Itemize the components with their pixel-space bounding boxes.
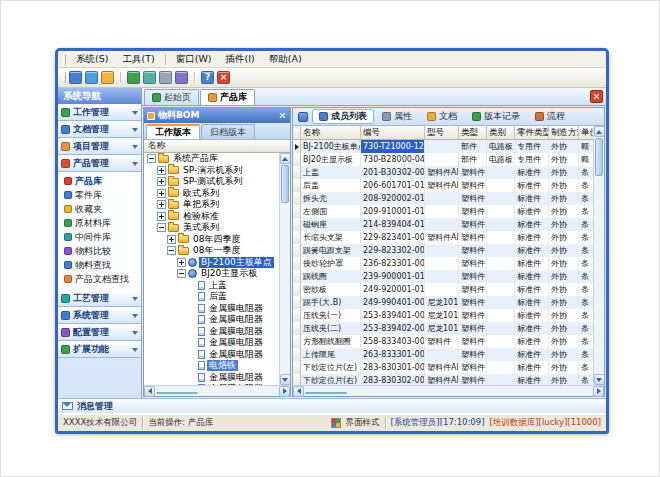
table-cell[interactable] xyxy=(487,244,515,257)
record-selector-cell[interactable] xyxy=(293,270,301,283)
table-cell[interactable]: 部件 xyxy=(459,153,487,166)
table-cell[interactable] xyxy=(487,361,515,374)
table-cell[interactable]: 标准件 xyxy=(515,257,549,270)
nav-item-intermediate[interactable]: 中间件库 xyxy=(58,230,141,244)
menu-item-1[interactable]: 工具(T) xyxy=(115,52,161,67)
table-cell[interactable]: 条 xyxy=(579,166,593,179)
table-cell[interactable]: BJ20主显示板 xyxy=(301,153,361,166)
expand-icon[interactable] xyxy=(157,166,166,175)
product-view-icon[interactable] xyxy=(85,71,98,84)
table-cell[interactable]: 条 xyxy=(579,374,593,385)
column-header-2[interactable]: 型号 xyxy=(425,126,459,140)
menu-grip[interactable] xyxy=(63,54,66,65)
table-cell[interactable]: 条 xyxy=(579,244,593,257)
table-row[interactable]: 左侧面209-910001-01E塑料件标准件外协条 xyxy=(293,205,593,218)
table-cell[interactable] xyxy=(487,348,515,361)
tree-node[interactable]: 欧式系列 xyxy=(144,188,279,200)
table-cell[interactable] xyxy=(425,348,459,361)
table-cell[interactable]: 条 xyxy=(579,348,593,361)
table-row[interactable]: 长缩头支架229-823401-00E塑料件ABS塑料件标准件外协条 xyxy=(293,231,593,244)
table-cell[interactable]: 外协 xyxy=(549,348,579,361)
table-cell[interactable]: 外协 xyxy=(549,257,579,270)
table-cell[interactable]: 塑料件 xyxy=(459,231,487,244)
tree-node[interactable]: 金属膜电阻器 xyxy=(144,372,279,384)
record-selector-cell[interactable] xyxy=(293,179,301,192)
table-cell[interactable]: 下纱定位片(右) xyxy=(301,374,361,385)
record-selector-cell[interactable] xyxy=(293,257,301,270)
record-selector-cell[interactable] xyxy=(293,166,301,179)
table-cell[interactable]: 外协 xyxy=(549,166,579,179)
scroll-left-icon[interactable] xyxy=(144,386,155,397)
search-icon[interactable] xyxy=(127,71,140,84)
record-selector-cell[interactable] xyxy=(293,361,301,374)
expand-icon[interactable] xyxy=(177,258,186,267)
record-selector-cell[interactable] xyxy=(293,322,301,335)
table-cell[interactable] xyxy=(425,153,459,166)
table-cell[interactable]: 239-900001-01E xyxy=(361,270,425,283)
tab-working-version[interactable]: 工作版本 xyxy=(146,124,200,139)
nav-item-material-search[interactable]: 物料查找 xyxy=(58,258,141,272)
nav-group-project[interactable]: 项目管理 xyxy=(58,138,141,155)
table-cell[interactable]: 条 xyxy=(579,179,593,192)
table-cell[interactable]: 尼龙1010 xyxy=(425,309,459,322)
record-selector-cell[interactable] xyxy=(293,218,301,231)
nav-group-system[interactable]: 系统管理 xyxy=(58,307,141,324)
table-cell[interactable] xyxy=(487,257,515,270)
table-cell[interactable] xyxy=(425,257,459,270)
table-row[interactable]: 拆头壳208-920002-01E塑料件标准件外协条 xyxy=(293,192,593,205)
table-cell[interactable]: 229-823302-00E xyxy=(361,244,425,257)
scroll-down-icon[interactable] xyxy=(280,374,291,385)
column-header-0[interactable]: 名称 xyxy=(301,126,361,140)
expand-icon[interactable] xyxy=(167,235,176,244)
nav-group-work[interactable]: 工作管理 xyxy=(58,104,141,121)
table-cell[interactable]: 塑料件 xyxy=(459,244,487,257)
table-cell[interactable]: 标准件 xyxy=(515,322,549,335)
tab-properties[interactable]: 属性 xyxy=(375,109,419,124)
column-header-4[interactable]: 类别 xyxy=(487,126,515,140)
table-cell[interactable] xyxy=(487,335,515,348)
record-selector-cell[interactable] xyxy=(293,335,301,348)
table-cell[interactable]: 条 xyxy=(579,257,593,270)
table-cell[interactable]: 标准件 xyxy=(515,166,549,179)
tab-product-library[interactable]: 产品库 xyxy=(200,89,255,105)
table-cell[interactable]: 201-B30302-00E xyxy=(361,166,425,179)
tree-node[interactable]: 08年一季度 xyxy=(144,245,279,257)
table-cell[interactable]: 塑料件 xyxy=(459,374,487,385)
collapse-icon[interactable] xyxy=(167,246,176,255)
refresh-icon[interactable] xyxy=(143,71,156,84)
table-cell[interactable]: 214-839404-01E xyxy=(361,218,425,231)
expand-icon[interactable] xyxy=(157,189,166,198)
tree-node[interactable]: 美式系列 xyxy=(144,222,279,234)
tree-node[interactable]: 金属膜电阻器 xyxy=(144,314,279,326)
tree-node[interactable]: 金属膜电阻器 xyxy=(144,303,279,315)
table-cell[interactable]: 条 xyxy=(579,361,593,374)
table-cell[interactable]: 外协 xyxy=(549,231,579,244)
table-cell[interactable]: 专用件 xyxy=(515,140,549,153)
table-cell[interactable]: 塑料件 xyxy=(459,283,487,296)
menu-item-3[interactable]: 插件(I) xyxy=(218,52,261,67)
nav-item-material-compare[interactable]: 物料比较 xyxy=(58,244,141,258)
table-cell[interactable]: 条 xyxy=(579,205,593,218)
table-cell[interactable]: 密纱板 xyxy=(301,283,361,296)
table-cell[interactable] xyxy=(425,140,459,153)
table-cell[interactable]: 条 xyxy=(579,322,593,335)
table-cell[interactable]: 压线夹(一) xyxy=(301,309,361,322)
table-cell[interactable]: 283-830301-00E xyxy=(361,361,425,374)
column-header-1[interactable]: 编号 xyxy=(361,126,425,140)
table-cell[interactable]: 条 xyxy=(579,192,593,205)
table-cell[interactable]: 磁钢座 xyxy=(301,218,361,231)
table-cell[interactable]: 塑料件 xyxy=(459,335,487,348)
table-row[interactable]: 密纱板249-920001-01E塑料件标准件外协条 xyxy=(293,283,593,296)
help-icon[interactable]: ? xyxy=(201,71,214,84)
table-cell[interactable]: 电路板 xyxy=(487,140,515,153)
table-cell[interactable]: 236-823301-00E xyxy=(361,257,425,270)
menu-item-4[interactable]: 帮助(A) xyxy=(262,52,309,67)
table-cell[interactable]: 标准件 xyxy=(515,361,549,374)
table-cell[interactable]: 压线夹(二) xyxy=(301,322,361,335)
table-cell[interactable]: 塑料件 xyxy=(459,179,487,192)
table-cell[interactable]: 上盖 xyxy=(301,166,361,179)
tree-node[interactable]: BJ20主显示板 xyxy=(144,268,279,280)
table-cell[interactable]: 外协 xyxy=(549,296,579,309)
table-cell[interactable]: 塑料件 xyxy=(459,257,487,270)
table-cell[interactable]: 258-833403-00E xyxy=(361,335,425,348)
